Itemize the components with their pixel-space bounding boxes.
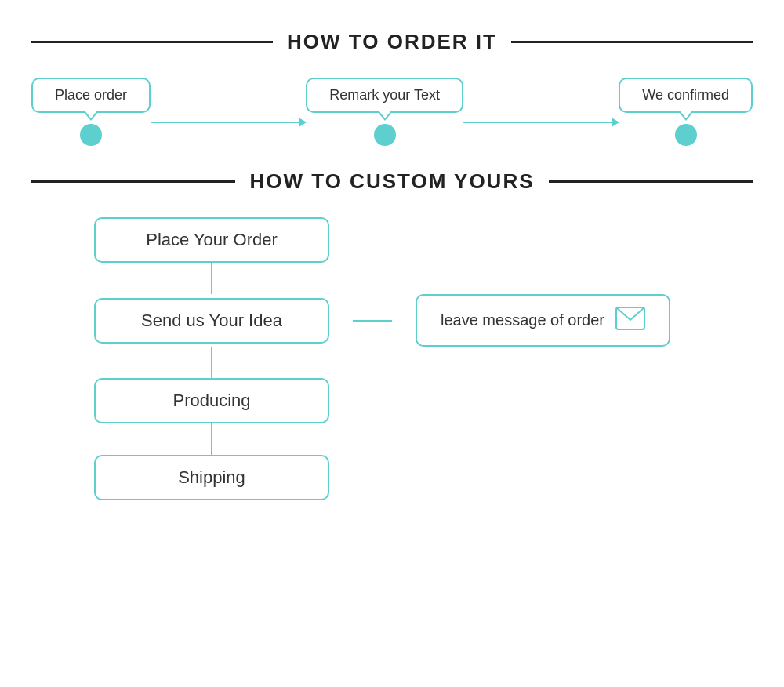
vert-connector-2 xyxy=(211,347,212,378)
mail-icon xyxy=(615,307,645,334)
custom-step-row-1: Place Your Order xyxy=(94,217,329,263)
custom-step-box-4: Shipping xyxy=(94,455,329,500)
header-line-right xyxy=(511,41,753,43)
section2-header: HOW TO CUSTOM YOURS xyxy=(31,169,753,194)
section1-title: HOW TO ORDER IT xyxy=(287,30,497,54)
how-to-custom-section: HOW TO CUSTOM YOURS Place Your Order Sen… xyxy=(31,169,753,500)
header2-line-right xyxy=(549,180,753,183)
section1-header: HOW TO ORDER IT xyxy=(31,30,753,54)
custom-step-box-2: Send us Your Idea xyxy=(94,298,329,344)
custom-step-row-4: Shipping xyxy=(94,455,329,500)
custom-step-row-3: Producing xyxy=(94,378,329,423)
step-dot-2 xyxy=(374,124,396,146)
arrow-line-2 xyxy=(463,122,619,123)
order-step-1: Place order xyxy=(31,78,151,146)
arrow-2 xyxy=(463,122,619,123)
custom-step-row-2: Send us Your Idea leave message of order xyxy=(94,294,670,347)
step-bubble-2: Remark your Text xyxy=(306,78,463,113)
step-dot-3 xyxy=(675,124,697,146)
step-dot-1 xyxy=(80,124,102,146)
header2-line-left xyxy=(31,180,235,183)
step-bubble-3: We confirmed xyxy=(619,78,753,113)
order-flow: Place order Remark your Text We confirme… xyxy=(31,78,753,146)
vert-connector-1 xyxy=(211,263,212,294)
how-to-order-section: HOW TO ORDER IT Place order Remark your … xyxy=(31,30,753,146)
message-box: leave message of order xyxy=(416,294,670,347)
vert-connector-3 xyxy=(211,423,212,455)
custom-flow: Place Your Order Send us Your Idea leave… xyxy=(94,217,753,500)
message-box-label: leave message of order xyxy=(441,311,604,329)
section2-title: HOW TO CUSTOM YOURS xyxy=(249,169,534,194)
custom-step-box-3: Producing xyxy=(94,378,329,423)
header-line-left xyxy=(31,41,273,43)
order-step-3: We confirmed xyxy=(619,78,753,146)
horiz-connector xyxy=(353,320,392,322)
order-step-2: Remark your Text xyxy=(306,78,463,146)
custom-step-box-1: Place Your Order xyxy=(94,217,329,263)
arrow-line-1 xyxy=(151,122,306,123)
step-bubble-1: Place order xyxy=(31,78,151,113)
arrow-1 xyxy=(151,122,306,123)
